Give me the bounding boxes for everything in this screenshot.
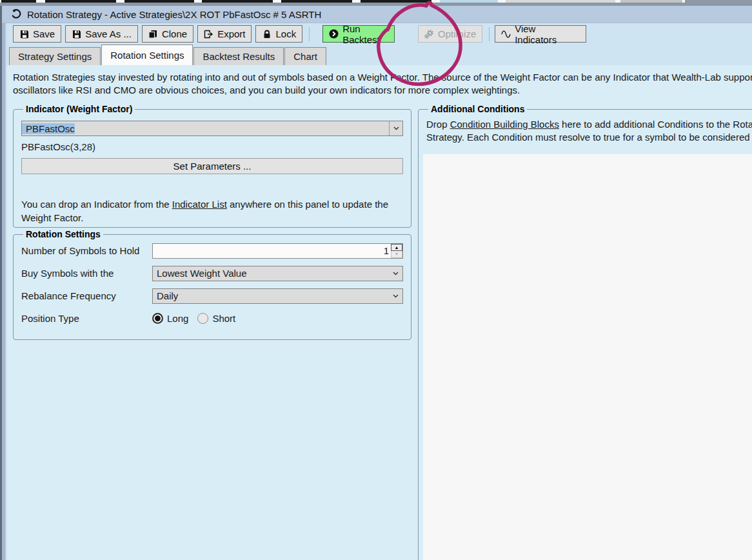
rebalance-frequency-value: Daily — [153, 290, 178, 301]
conditions-line-1: Drop Condition Building Blocks here to a… — [426, 118, 752, 131]
toolbar-separator — [309, 27, 310, 41]
buy-symbols-value: Lowest Weight Value — [153, 268, 247, 279]
rotation-settings-group: Rotation Settings Number of Symbols to H… — [13, 229, 411, 340]
indicator-combobox[interactable]: PBFastOsc — [21, 121, 403, 136]
symbols-to-hold-row: Number of Symbols to Hold 1 ▲ ▼ — [21, 239, 403, 262]
indicator-formula-label: PBFastOsc(3,28) — [21, 141, 403, 152]
window-title: Rotation Strategy - Active Strategies\2X… — [27, 9, 321, 20]
save-as-icon — [72, 29, 81, 39]
position-type-row: Position Type Long Short — [21, 307, 403, 330]
strategy-description: Rotation Strategies stay invested by rot… — [13, 71, 752, 97]
conditions-line-1-prefix: Drop — [426, 119, 450, 130]
conditions-group-title: Additional Conditions — [428, 104, 527, 114]
run-icon — [329, 29, 339, 39]
tab-strategy-settings[interactable]: Strategy Settings — [9, 47, 101, 65]
toolbar: Save Save As ... Clone — [6, 23, 752, 45]
clone-icon — [148, 29, 158, 39]
hint-line-2: Weight Factor. — [21, 211, 403, 225]
tab-backtest-results[interactable]: Backtest Results — [193, 47, 284, 65]
symbols-to-hold-stepper[interactable]: 1 ▲ ▼ — [152, 243, 403, 259]
conditions-line-1-suffix: here to add additional Conditions to the… — [559, 119, 752, 130]
lock-label: Lock — [275, 28, 296, 39]
symbols-to-hold-value: 1 — [153, 244, 391, 258]
indicator-group-title: Indicator (Weight Factor) — [23, 104, 135, 114]
condition-building-blocks-link[interactable]: Condition Building Blocks — [450, 119, 559, 130]
stepper-up-button[interactable]: ▲ — [391, 244, 402, 252]
view-indicators-label: View Indicators — [515, 23, 580, 45]
save-label: Save — [33, 28, 55, 39]
short-radio-label: Short — [212, 313, 235, 324]
conditions-instructions: Drop Condition Building Blocks here to a… — [426, 118, 752, 144]
stepper-down-button[interactable]: ▼ — [391, 251, 402, 258]
lock-icon — [262, 29, 272, 39]
rotation-group-title: Rotation Settings — [23, 229, 103, 239]
export-label: Export — [217, 28, 245, 39]
save-button[interactable]: Save — [13, 25, 61, 43]
indicator-weight-factor-group: Indicator (Weight Factor) PBFastOsc PBFa… — [13, 104, 411, 228]
indicator-drop-hint: You can drop an Indicator from the Indic… — [21, 197, 403, 225]
chevron-down-icon[interactable] — [389, 121, 402, 135]
hint-mid: anywhere on this panel to update the — [227, 199, 388, 210]
buy-symbols-row: Buy Symbols with the Lowest Weight Value — [21, 262, 403, 285]
export-button[interactable]: Export — [197, 25, 252, 43]
description-line-1: Rotation Strategies stay invested by rot… — [13, 71, 752, 84]
title-bar: Rotation Strategy - Active Strategies\2X… — [2, 6, 752, 23]
rotate-ccw-icon — [11, 9, 22, 20]
buy-symbols-select[interactable]: Lowest Weight Value — [152, 266, 403, 281]
run-backtest-button[interactable]: Run Backtest — [322, 25, 395, 43]
chevron-down-icon[interactable] — [389, 289, 402, 303]
rotation-settings-page: Rotation Strategies stay invested by rot… — [6, 65, 752, 560]
long-radio-label: Long — [167, 313, 188, 324]
save-as-label: Save As ... — [85, 28, 132, 39]
position-type-label: Position Type — [21, 313, 152, 324]
rebalance-frequency-row: Rebalance Frequency Daily — [21, 285, 403, 307]
additional-conditions-group: Additional Conditions Drop Condition Bui… — [418, 104, 752, 560]
save-icon — [19, 29, 29, 39]
description-line-2: oscillators like RSI and CMO are obvious… — [13, 84, 752, 97]
rebalance-frequency-label: Rebalance Frequency — [21, 290, 152, 301]
set-parameters-button[interactable]: Set Parameters ... — [21, 158, 403, 174]
run-backtest-label: Run Backtest — [342, 23, 388, 45]
lock-button[interactable]: Lock — [255, 25, 302, 43]
position-type-short-radio[interactable]: Short — [197, 313, 235, 324]
optimize-button[interactable]: Optimize — [418, 25, 482, 43]
tab-strip: Strategy Settings Rotation Settings Back… — [6, 45, 752, 65]
toolbar-separator — [489, 27, 490, 41]
gears-icon — [424, 29, 434, 39]
tab-rotation-settings[interactable]: Rotation Settings — [101, 45, 193, 65]
sine-wave-icon — [501, 29, 511, 39]
conditions-line-2: Strategy. Each Condition must resolve to… — [426, 131, 752, 144]
screenshot-root: { "window": { "title": "Rotation Strateg… — [0, 0, 752, 560]
export-icon — [204, 29, 213, 39]
clone-label: Clone — [162, 28, 187, 39]
save-as-button[interactable]: Save As ... — [65, 25, 138, 43]
optimize-label: Optimize — [438, 28, 476, 39]
radio-selected-icon — [152, 313, 163, 324]
indicator-list-link[interactable]: Indicator List — [172, 199, 227, 210]
view-indicators-button[interactable]: View Indicators — [495, 25, 586, 43]
tab-chart[interactable]: Chart — [284, 47, 326, 65]
indicator-combobox-value: PBFastOsc — [22, 123, 75, 134]
buy-symbols-label: Buy Symbols with the — [21, 268, 152, 279]
conditions-drop-zone[interactable] — [423, 154, 752, 560]
position-type-long-radio[interactable]: Long — [152, 313, 188, 324]
symbols-to-hold-label: Number of Symbols to Hold — [21, 245, 152, 256]
clone-button[interactable]: Clone — [142, 25, 193, 43]
hint-prefix: You can drop an Indicator from the — [21, 199, 172, 210]
chevron-down-icon[interactable] — [389, 266, 402, 281]
rebalance-frequency-select[interactable]: Daily — [152, 288, 403, 304]
radio-unselected-icon — [197, 313, 208, 324]
